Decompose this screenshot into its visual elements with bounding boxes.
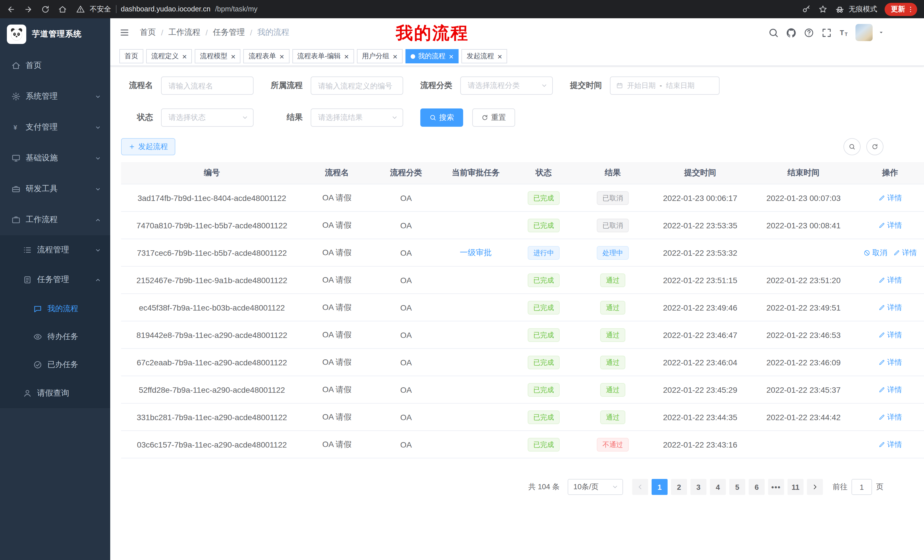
detail-link[interactable]: 详情 bbox=[878, 193, 902, 203]
tab-1[interactable]: 流程定义× bbox=[146, 49, 192, 63]
sidebar-item-done-task[interactable]: 已办任务 bbox=[0, 350, 110, 379]
column-header: 编号 bbox=[121, 162, 303, 184]
detail-link[interactable]: 详情 bbox=[878, 385, 902, 395]
close-icon[interactable]: × bbox=[393, 52, 398, 60]
search-button[interactable] bbox=[843, 138, 861, 155]
key-icon[interactable] bbox=[802, 4, 811, 14]
tab-3[interactable]: 流程表单× bbox=[244, 49, 289, 63]
font-size-icon[interactable]: TT bbox=[839, 27, 850, 38]
sidebar-item-label: 工作流程 bbox=[26, 215, 58, 225]
page-button[interactable]: 1 bbox=[652, 479, 668, 495]
github-icon[interactable] bbox=[786, 27, 796, 38]
prev-page-button[interactable] bbox=[632, 479, 648, 495]
current-task-link[interactable]: 一级审批 bbox=[460, 247, 492, 258]
search-button[interactable]: 搜索 bbox=[420, 108, 463, 127]
sidebar-item-system[interactable]: 系统管理 bbox=[0, 81, 110, 112]
close-icon[interactable]: × bbox=[344, 52, 349, 60]
result-badge: 处理中 bbox=[597, 246, 629, 259]
tab-5[interactable]: 用户分组× bbox=[357, 49, 403, 63]
page-size-select[interactable]: 10条/页 bbox=[568, 479, 623, 495]
forward-icon[interactable] bbox=[24, 5, 33, 13]
breadcrumb-item[interactable]: 工作流程 bbox=[168, 27, 201, 38]
detail-link[interactable]: 详情 bbox=[878, 357, 902, 367]
page-button[interactable]: 11 bbox=[788, 479, 804, 495]
page-ellipsis[interactable]: ••• bbox=[768, 479, 784, 495]
cell-end-time: 2022-01-23 00:07:03 bbox=[752, 184, 855, 211]
breadcrumb-item[interactable]: 首页 bbox=[140, 27, 156, 38]
process-name-input[interactable] bbox=[161, 76, 254, 95]
address-bar[interactable]: 不安全 dashboard.yudao.iocoder.cn/bpm/task/… bbox=[76, 4, 258, 14]
detail-link[interactable]: 详情 bbox=[878, 439, 902, 449]
close-icon[interactable]: × bbox=[497, 52, 502, 60]
tab-0[interactable]: 首页 bbox=[119, 49, 143, 63]
close-icon[interactable]: × bbox=[231, 52, 235, 60]
detail-link[interactable]: 详情 bbox=[878, 302, 902, 313]
sidebar-item-devtools[interactable]: 研发工具 bbox=[0, 174, 110, 204]
reload-icon[interactable] bbox=[41, 5, 50, 13]
reset-button[interactable]: 重置 bbox=[472, 108, 515, 127]
menu-dots-icon[interactable] bbox=[907, 5, 914, 13]
sidebar-item-leave-query[interactable]: 请假查询 bbox=[0, 379, 110, 408]
back-icon[interactable] bbox=[7, 5, 15, 13]
avatar[interactable] bbox=[855, 24, 873, 41]
sidebar-item-task-management[interactable]: 任务管理 bbox=[0, 265, 110, 295]
tab-4[interactable]: 流程表单-编辑× bbox=[292, 49, 354, 63]
sidebar-item-todo-task[interactable]: 待办任务 bbox=[0, 322, 110, 350]
status-badge: 已完成 bbox=[528, 328, 560, 341]
page-button[interactable]: 2 bbox=[671, 479, 687, 495]
search-icon[interactable] bbox=[768, 27, 779, 38]
tab-2[interactable]: 流程模型× bbox=[195, 49, 240, 63]
close-icon[interactable]: × bbox=[279, 52, 284, 60]
create-process-button[interactable]: 发起流程 bbox=[121, 138, 176, 155]
parent-process-input[interactable] bbox=[310, 76, 403, 95]
table-row: 819442e8-7b9a-11ec-a290-acde48001122OA 请… bbox=[121, 321, 924, 349]
sidebar-item-payment[interactable]: ¥支付管理 bbox=[0, 112, 110, 143]
edit-icon bbox=[878, 359, 885, 365]
cancel-link[interactable]: 取消 bbox=[863, 247, 887, 258]
column-header: 流程分类 bbox=[371, 162, 441, 184]
category-select[interactable]: 请选择流程分类 bbox=[460, 76, 553, 95]
result-badge: 通过 bbox=[600, 355, 626, 369]
fullscreen-icon[interactable] bbox=[821, 27, 832, 38]
edit-icon bbox=[878, 195, 885, 201]
jump-input[interactable] bbox=[852, 479, 872, 495]
detail-link[interactable]: 详情 bbox=[878, 412, 902, 422]
submit-time-range-picker[interactable]: 开始日期 - 结束日期 bbox=[610, 76, 720, 95]
page-button[interactable]: 6 bbox=[748, 479, 765, 495]
star-icon[interactable] bbox=[818, 4, 828, 14]
cell-name: OA 请假 bbox=[303, 294, 371, 321]
cell-end-time: 2022-01-22 23:49:51 bbox=[752, 294, 855, 321]
detail-link[interactable]: 详情 bbox=[878, 220, 902, 231]
filter-category: 流程分类 请选择流程分类 bbox=[420, 76, 553, 95]
home-icon[interactable] bbox=[58, 5, 67, 13]
refresh-button[interactable] bbox=[866, 138, 884, 155]
breadcrumb-item[interactable]: 任务管理 bbox=[213, 27, 245, 38]
close-icon[interactable]: × bbox=[449, 52, 453, 60]
detail-link[interactable]: 详情 bbox=[878, 275, 902, 285]
tab-6[interactable]: 我的流程× bbox=[405, 49, 459, 63]
sidebar-item-my-process[interactable]: 我的流程 bbox=[0, 295, 110, 322]
sidebar-item-infrastructure[interactable]: 基础设施 bbox=[0, 143, 110, 174]
app-logo[interactable]: 芋道管理系统 bbox=[0, 18, 110, 50]
cell-result: 通过 bbox=[577, 403, 649, 431]
sidebar-item-process-management[interactable]: 流程管理 bbox=[0, 235, 110, 265]
page-button[interactable]: 5 bbox=[729, 479, 745, 495]
detail-link[interactable]: 详情 bbox=[878, 329, 902, 340]
detail-link[interactable]: 详情 bbox=[893, 247, 917, 258]
status-select[interactable]: 请选择状态 bbox=[161, 108, 254, 127]
page-button[interactable]: 4 bbox=[710, 479, 726, 495]
page-button[interactable]: 3 bbox=[690, 479, 706, 495]
tab-7[interactable]: 发起流程× bbox=[461, 49, 507, 63]
search-button-label: 搜索 bbox=[439, 112, 454, 123]
sidebar-item-workflow[interactable]: 工作流程 bbox=[0, 204, 110, 235]
caret-down-icon[interactable] bbox=[878, 30, 884, 35]
cell-status: 已完成 bbox=[510, 294, 577, 321]
close-icon[interactable]: × bbox=[182, 52, 187, 60]
help-icon[interactable] bbox=[804, 27, 814, 38]
update-button[interactable]: 更新 bbox=[885, 3, 917, 16]
sidebar-item-home[interactable]: 首页 bbox=[0, 50, 110, 81]
next-page-button[interactable] bbox=[807, 479, 823, 495]
hamburger-icon[interactable] bbox=[119, 27, 130, 38]
result-select[interactable]: 请选择流结果 bbox=[310, 108, 403, 127]
warning-icon bbox=[76, 4, 85, 14]
